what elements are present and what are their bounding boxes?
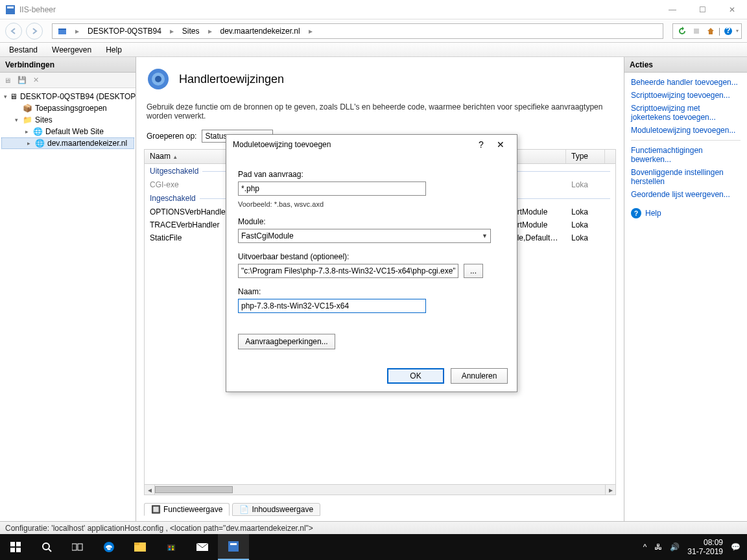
collapse-icon[interactable]: ▾ [4, 93, 7, 100]
action-add-module-mapping[interactable]: Moduletoewijzing toevoegen... [631, 126, 741, 135]
refresh-icon[interactable] [676, 25, 689, 38]
stop-icon[interactable] [690, 25, 703, 38]
browse-button[interactable]: ... [464, 264, 483, 278]
menu-file[interactable]: Bestand [4, 44, 43, 56]
taskbar-edge[interactable] [93, 534, 124, 560]
scroll-right-icon[interactable]: ▸ [605, 485, 615, 495]
svg-rect-16 [78, 544, 82, 550]
nav-bar: ▸ DESKTOP-0QSTB94 ▸ Sites ▸ dev.maartend… [0, 19, 747, 43]
taskbar-store[interactable] [156, 534, 187, 560]
tray-network-icon[interactable]: 🖧 [654, 542, 662, 552]
group-by-label: Groeperen op: [147, 132, 196, 141]
connections-header: Verbindingen [0, 57, 136, 73]
executable-input[interactable] [238, 264, 458, 278]
window-minimize[interactable]: — [658, 0, 687, 19]
chevron-right-icon: ▸ [305, 27, 316, 36]
chevron-right-icon: ▸ [72, 27, 82, 36]
taskbar-mail[interactable] [187, 534, 218, 560]
connections-tree[interactable]: ▾ 🖥 DESKTOP-0QSTB94 (DESKTOP-0QSTB 📦 Toe… [0, 88, 136, 521]
actions-header: Acties [624, 57, 747, 73]
start-button[interactable] [0, 534, 31, 560]
request-path-input[interactable] [238, 181, 426, 196]
tray-chevron-up-icon[interactable]: ^ [643, 542, 647, 552]
tab-features-view[interactable]: 🔲 Functieweergave [144, 503, 230, 516]
expand-icon[interactable]: ▸ [23, 128, 30, 135]
globe-icon: 🌐 [32, 126, 43, 137]
tab-content-view[interactable]: 📄 Inhoudsweergave [232, 503, 320, 516]
svg-rect-21 [169, 546, 171, 548]
status-bar: Configuratie: 'localhost' applicationHos… [0, 521, 747, 534]
help-icon[interactable]: ? [722, 25, 735, 38]
action-revert-to-parent[interactable]: Bovenliggende instellingen herstellen [631, 168, 741, 186]
name-input[interactable] [238, 299, 426, 313]
system-tray[interactable]: ^ 🖧 🔊 08:09 31-7-2019 💬 [637, 538, 747, 557]
scrollbar-thumb[interactable] [155, 486, 233, 493]
collapse-icon[interactable]: ▾ [13, 117, 19, 123]
tray-clock[interactable]: 08:09 31-7-2019 [687, 538, 723, 557]
svg-rect-10 [16, 542, 21, 546]
module-combobox[interactable]: FastCgiModule ▼ [238, 229, 491, 243]
action-add-script-map[interactable]: Scripttoewijzing toevoegen... [631, 91, 741, 100]
app-pool-icon: 📦 [22, 103, 32, 113]
globe-icon: 🌐 [34, 138, 45, 148]
cancel-button[interactable]: Annuleren [451, 368, 508, 384]
page-title: Handlertoewijzingen [179, 73, 284, 86]
tree-node-dev-site[interactable]: ▸ 🌐 dev.maartendekeizer.nl [1, 137, 134, 149]
scroll-left-icon[interactable]: ◂ [145, 485, 155, 495]
svg-rect-22 [172, 546, 174, 548]
sort-asc-icon: ▲ [172, 154, 178, 160]
svg-line-14 [49, 549, 51, 552]
tree-node-sites[interactable]: ▾ 📁 Sites [0, 114, 136, 126]
help-icon: ? [631, 208, 641, 218]
tray-notifications-icon[interactable]: 💬 [731, 542, 741, 552]
chevron-right-icon: ▸ [205, 27, 215, 36]
executable-label: Uitvoerbaar bestand (optioneel): [238, 252, 505, 261]
tree-node-default-site[interactable]: ▸ 🌐 Default Web Site [0, 126, 136, 137]
actions-panel: Acties Beheerde handler toevoegen... Scr… [624, 57, 747, 521]
forward-button[interactable] [26, 23, 43, 40]
delete-icon[interactable]: ✕ [33, 76, 39, 84]
task-view-icon[interactable] [62, 534, 93, 560]
action-add-managed-handler[interactable]: Beheerde handler toevoegen... [631, 78, 741, 87]
column-name[interactable]: Naam ▲ [145, 150, 229, 163]
svg-rect-3 [58, 29, 66, 30]
action-edit-feature-permissions[interactable]: Functiemachtigingen bewerken... [631, 146, 741, 164]
column-type[interactable]: Type [566, 150, 605, 163]
breadcrumb-root-icon[interactable] [53, 24, 72, 38]
action-view-ordered-list[interactable]: Geordende lijst weergeven... [631, 190, 741, 199]
search-icon[interactable] [31, 534, 62, 560]
taskbar-explorer[interactable] [124, 534, 156, 560]
taskbar[interactable]: ^ 🖧 🔊 08:09 31-7-2019 💬 [0, 534, 747, 560]
dialog-close-button[interactable]: ✕ [491, 139, 510, 150]
expand-icon[interactable]: ▸ [25, 140, 32, 146]
taskbar-iis[interactable] [218, 534, 249, 560]
window-titlebar: IIS-beheer — ☐ ✕ [0, 0, 747, 19]
address-breadcrumb[interactable]: ▸ DESKTOP-0QSTB94 ▸ Sites ▸ dev.maartend… [52, 23, 663, 39]
action-add-wildcard-script-map[interactable]: Scripttoewijzing met jokertekens toevoeg… [631, 104, 741, 122]
window-maximize[interactable]: ☐ [687, 0, 717, 19]
breadcrumb-site[interactable]: dev.maartendekeizer.nl [215, 24, 305, 38]
menu-help[interactable]: Help [101, 44, 127, 56]
dialog-help-button[interactable]: ? [471, 139, 491, 150]
tray-volume-icon[interactable]: 🔊 [670, 542, 680, 552]
back-button[interactable] [5, 23, 22, 40]
dialog-titlebar[interactable]: Moduletoewijzing toevoegen ? ✕ [226, 135, 517, 154]
svg-rect-4 [694, 29, 699, 34]
handler-mappings-icon [145, 66, 171, 92]
page-description: Gebruik deze functie om de bronnen op te… [141, 101, 619, 126]
breadcrumb-sites[interactable]: Sites [177, 24, 205, 38]
request-path-label: Pad van aanvraag: [238, 170, 505, 179]
horizontal-scrollbar[interactable]: ◂ ▸ [145, 484, 615, 495]
request-restrictions-button[interactable]: Aanvraagbeperkingen... [238, 334, 335, 349]
ok-button[interactable]: OK [387, 368, 444, 384]
window-close[interactable]: ✕ [717, 0, 747, 19]
menu-view[interactable]: Weergeven [47, 44, 97, 56]
tree-node-app-pools[interactable]: 📦 Toepassingsgroepen [0, 102, 136, 114]
home-icon[interactable] [704, 25, 717, 38]
connect-icon[interactable]: 🖥 [4, 76, 11, 84]
action-help[interactable]: Help [645, 209, 661, 218]
tree-node-host[interactable]: ▾ 🖥 DESKTOP-0QSTB94 (DESKTOP-0QSTB [0, 91, 136, 102]
svg-rect-9 [10, 542, 15, 546]
save-icon[interactable]: 💾 [18, 76, 27, 84]
breadcrumb-host[interactable]: DESKTOP-0QSTB94 [82, 24, 167, 38]
